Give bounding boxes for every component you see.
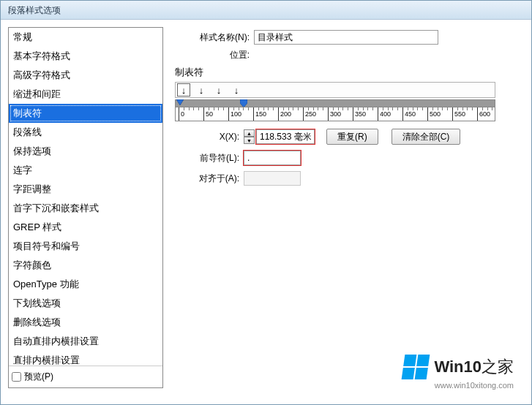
sidebar-item[interactable]: 保持选项 (9, 142, 162, 161)
logo-url: www.win10xitong.com (403, 381, 514, 390)
location-row: 位置: (194, 49, 522, 61)
leader-input[interactable] (244, 151, 301, 165)
left-tab-icon[interactable]: ↓ (177, 83, 190, 96)
svg-marker-0 (176, 99, 184, 105)
watermark-logo: Win10之家 www.win10xitong.com (403, 355, 514, 390)
dialog-body: 常规基本字符格式高级字符格式缩进和间距制表符段落线保持选项连字字距调整首字下沉和… (1, 20, 531, 404)
preview-checkbox[interactable] (12, 372, 21, 382)
decimal-tab-icon[interactable]: ↓ (230, 83, 243, 96)
center-tab-icon[interactable]: ↓ (195, 83, 208, 96)
repeat-button[interactable]: 重复(R) (326, 129, 378, 145)
ruler-tab-strip[interactable] (175, 99, 495, 107)
clear-all-button[interactable]: 清除全部(C) (391, 129, 461, 145)
sidebar-item[interactable]: 首字下沉和嵌套样式 (9, 199, 162, 218)
sidebar-item[interactable]: 段落线 (9, 123, 162, 142)
sidebar-item[interactable]: 缩进和间距 (9, 85, 162, 104)
category-list[interactable]: 常规基本字符格式高级字符格式缩进和间距制表符段落线保持选项连字字距调整首字下沉和… (9, 28, 162, 366)
x-step-up[interactable]: ▲ (244, 129, 255, 137)
category-sidebar: 常规基本字符格式高级字符格式缩进和间距制表符段落线保持选项连字字距调整首字下沉和… (8, 27, 163, 388)
sidebar-item[interactable]: 常规 (9, 28, 162, 47)
sidebar-item[interactable]: 制表符 (9, 104, 162, 123)
logo-suffix: 之家 (482, 357, 514, 376)
ruler-scale[interactable] (175, 107, 495, 121)
sidebar-item[interactable]: 字距调整 (9, 180, 162, 199)
x-value-input[interactable] (256, 129, 315, 144)
sidebar-item[interactable]: 自动直排内横排设置 (9, 332, 162, 351)
x-label: X(X): (178, 132, 244, 142)
preview-label: 预览(P) (24, 371, 53, 383)
first-line-indent-marker[interactable] (176, 99, 184, 107)
titlebar: 段落样式选项 (1, 1, 531, 20)
ruler[interactable] (175, 99, 495, 121)
x-step-down[interactable]: ▼ (244, 137, 255, 144)
window-title: 段落样式选项 (8, 5, 61, 15)
preview-row: 预览(P) (9, 366, 162, 387)
sidebar-item[interactable]: 下划线选项 (9, 294, 162, 313)
x-position-row: X(X): ▲ ▼ 重复(R) 清除全部(C) (178, 129, 522, 145)
leader-label: 前导符(L): (178, 152, 244, 164)
sidebar-item[interactable]: 删除线选项 (9, 313, 162, 332)
sidebar-item[interactable]: 高级字符格式 (9, 66, 162, 85)
tabstop-alignment-toolbar: ↓ ↓ ↓ ↓ (175, 82, 495, 98)
sidebar-item[interactable]: 基本字符格式 (9, 47, 162, 66)
section-title: 制表符 (175, 66, 522, 79)
style-name-input[interactable] (254, 30, 438, 45)
sidebar-item[interactable]: 连字 (9, 161, 162, 180)
logo-brand: Win10 (434, 357, 482, 376)
style-name-label: 样式名称(N): (194, 31, 254, 44)
leader-row: 前导符(L): (178, 151, 522, 165)
main-panel: 样式名称(N): 位置: 制表符 ↓ ↓ ↓ ↓ (173, 27, 524, 397)
sidebar-item[interactable]: GREP 样式 (9, 218, 162, 237)
sidebar-item[interactable]: OpenType 功能 (9, 275, 162, 294)
windows-flag-icon (402, 355, 430, 379)
sidebar-item[interactable]: 字符颜色 (9, 256, 162, 275)
dialog-window: 段落样式选项 常规基本字符格式高级字符格式缩进和间距制表符段落线保持选项连字字距… (0, 0, 532, 405)
align-to-input (244, 171, 301, 186)
sidebar-item[interactable]: 项目符号和编号 (9, 237, 162, 256)
location-label: 位置: (194, 49, 254, 61)
sidebar-item[interactable]: 直排内横排设置 (9, 351, 162, 366)
align-to-row: 对齐于(A): (178, 171, 522, 186)
x-stepper[interactable]: ▲ ▼ (244, 129, 255, 144)
style-name-row: 样式名称(N): (194, 30, 522, 45)
align-to-label: 对齐于(A): (178, 173, 244, 185)
right-tab-icon[interactable]: ↓ (212, 83, 225, 96)
